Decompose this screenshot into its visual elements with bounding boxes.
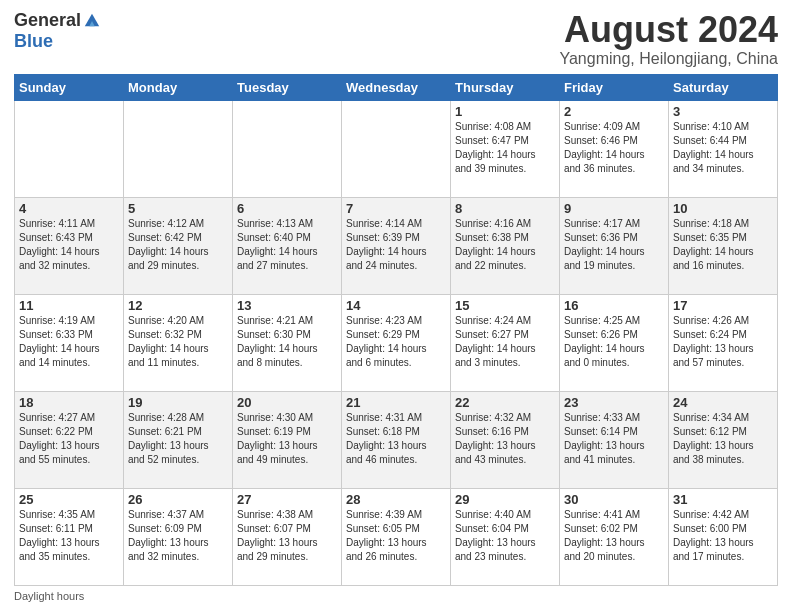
day-number: 25 [19,492,119,507]
day-info: Sunrise: 4:18 AM Sunset: 6:35 PM Dayligh… [673,217,773,273]
logo-icon [83,11,101,29]
day-info: Sunrise: 4:27 AM Sunset: 6:22 PM Dayligh… [19,411,119,467]
calendar-cell: 11Sunrise: 4:19 AM Sunset: 6:33 PM Dayli… [15,294,124,391]
calendar-cell: 17Sunrise: 4:26 AM Sunset: 6:24 PM Dayli… [669,294,778,391]
calendar-week-3: 11Sunrise: 4:19 AM Sunset: 6:33 PM Dayli… [15,294,778,391]
day-info: Sunrise: 4:09 AM Sunset: 6:46 PM Dayligh… [564,120,664,176]
day-number: 18 [19,395,119,410]
calendar-cell: 29Sunrise: 4:40 AM Sunset: 6:04 PM Dayli… [451,488,560,585]
calendar-header-row: SundayMondayTuesdayWednesdayThursdayFrid… [15,74,778,100]
day-info: Sunrise: 4:10 AM Sunset: 6:44 PM Dayligh… [673,120,773,176]
calendar-week-2: 4Sunrise: 4:11 AM Sunset: 6:43 PM Daylig… [15,197,778,294]
day-info: Sunrise: 4:34 AM Sunset: 6:12 PM Dayligh… [673,411,773,467]
day-number: 7 [346,201,446,216]
day-number: 16 [564,298,664,313]
day-info: Sunrise: 4:23 AM Sunset: 6:29 PM Dayligh… [346,314,446,370]
logo-blue-text: Blue [14,31,53,52]
day-number: 8 [455,201,555,216]
calendar-cell [15,100,124,197]
day-number: 28 [346,492,446,507]
calendar-cell: 18Sunrise: 4:27 AM Sunset: 6:22 PM Dayli… [15,391,124,488]
day-info: Sunrise: 4:08 AM Sunset: 6:47 PM Dayligh… [455,120,555,176]
day-number: 13 [237,298,337,313]
day-info: Sunrise: 4:21 AM Sunset: 6:30 PM Dayligh… [237,314,337,370]
calendar-week-5: 25Sunrise: 4:35 AM Sunset: 6:11 PM Dayli… [15,488,778,585]
day-number: 23 [564,395,664,410]
day-number: 22 [455,395,555,410]
day-info: Sunrise: 4:32 AM Sunset: 6:16 PM Dayligh… [455,411,555,467]
calendar-cell [233,100,342,197]
day-number: 30 [564,492,664,507]
calendar-week-4: 18Sunrise: 4:27 AM Sunset: 6:22 PM Dayli… [15,391,778,488]
calendar-cell: 27Sunrise: 4:38 AM Sunset: 6:07 PM Dayli… [233,488,342,585]
day-number: 27 [237,492,337,507]
day-number: 9 [564,201,664,216]
day-info: Sunrise: 4:17 AM Sunset: 6:36 PM Dayligh… [564,217,664,273]
footer: Daylight hours [14,590,778,602]
day-number: 2 [564,104,664,119]
title-block: August 2024 Yangming, Heilongjiang, Chin… [559,10,778,68]
calendar-header-wednesday: Wednesday [342,74,451,100]
day-info: Sunrise: 4:13 AM Sunset: 6:40 PM Dayligh… [237,217,337,273]
day-info: Sunrise: 4:26 AM Sunset: 6:24 PM Dayligh… [673,314,773,370]
calendar-cell: 2Sunrise: 4:09 AM Sunset: 6:46 PM Daylig… [560,100,669,197]
day-info: Sunrise: 4:37 AM Sunset: 6:09 PM Dayligh… [128,508,228,564]
day-number: 29 [455,492,555,507]
day-number: 26 [128,492,228,507]
calendar-cell: 25Sunrise: 4:35 AM Sunset: 6:11 PM Dayli… [15,488,124,585]
day-info: Sunrise: 4:33 AM Sunset: 6:14 PM Dayligh… [564,411,664,467]
calendar-cell: 26Sunrise: 4:37 AM Sunset: 6:09 PM Dayli… [124,488,233,585]
day-number: 10 [673,201,773,216]
calendar-cell [124,100,233,197]
calendar-cell: 10Sunrise: 4:18 AM Sunset: 6:35 PM Dayli… [669,197,778,294]
calendar-header-monday: Monday [124,74,233,100]
calendar-cell: 8Sunrise: 4:16 AM Sunset: 6:38 PM Daylig… [451,197,560,294]
footer-label: Daylight hours [14,590,84,602]
day-info: Sunrise: 4:16 AM Sunset: 6:38 PM Dayligh… [455,217,555,273]
calendar-cell: 4Sunrise: 4:11 AM Sunset: 6:43 PM Daylig… [15,197,124,294]
calendar-cell: 3Sunrise: 4:10 AM Sunset: 6:44 PM Daylig… [669,100,778,197]
day-info: Sunrise: 4:39 AM Sunset: 6:05 PM Dayligh… [346,508,446,564]
calendar-cell: 20Sunrise: 4:30 AM Sunset: 6:19 PM Dayli… [233,391,342,488]
calendar-cell: 16Sunrise: 4:25 AM Sunset: 6:26 PM Dayli… [560,294,669,391]
day-number: 11 [19,298,119,313]
calendar-header-saturday: Saturday [669,74,778,100]
calendar-cell: 6Sunrise: 4:13 AM Sunset: 6:40 PM Daylig… [233,197,342,294]
calendar-cell: 30Sunrise: 4:41 AM Sunset: 6:02 PM Dayli… [560,488,669,585]
calendar-cell: 23Sunrise: 4:33 AM Sunset: 6:14 PM Dayli… [560,391,669,488]
calendar-cell: 24Sunrise: 4:34 AM Sunset: 6:12 PM Dayli… [669,391,778,488]
subtitle: Yangming, Heilongjiang, China [559,50,778,68]
calendar-header-tuesday: Tuesday [233,74,342,100]
day-number: 15 [455,298,555,313]
logo-general-text: General [14,10,81,31]
day-number: 6 [237,201,337,216]
day-info: Sunrise: 4:31 AM Sunset: 6:18 PM Dayligh… [346,411,446,467]
calendar-header-sunday: Sunday [15,74,124,100]
day-info: Sunrise: 4:38 AM Sunset: 6:07 PM Dayligh… [237,508,337,564]
calendar-cell: 13Sunrise: 4:21 AM Sunset: 6:30 PM Dayli… [233,294,342,391]
day-info: Sunrise: 4:24 AM Sunset: 6:27 PM Dayligh… [455,314,555,370]
page: General Blue August 2024 Yangming, Heilo… [0,0,792,612]
calendar-header-thursday: Thursday [451,74,560,100]
calendar-week-1: 1Sunrise: 4:08 AM Sunset: 6:47 PM Daylig… [15,100,778,197]
calendar-cell: 9Sunrise: 4:17 AM Sunset: 6:36 PM Daylig… [560,197,669,294]
day-number: 3 [673,104,773,119]
day-number: 31 [673,492,773,507]
calendar-cell: 15Sunrise: 4:24 AM Sunset: 6:27 PM Dayli… [451,294,560,391]
day-number: 14 [346,298,446,313]
day-info: Sunrise: 4:35 AM Sunset: 6:11 PM Dayligh… [19,508,119,564]
day-info: Sunrise: 4:20 AM Sunset: 6:32 PM Dayligh… [128,314,228,370]
day-info: Sunrise: 4:30 AM Sunset: 6:19 PM Dayligh… [237,411,337,467]
calendar-cell: 22Sunrise: 4:32 AM Sunset: 6:16 PM Dayli… [451,391,560,488]
calendar-cell: 19Sunrise: 4:28 AM Sunset: 6:21 PM Dayli… [124,391,233,488]
day-number: 21 [346,395,446,410]
header: General Blue August 2024 Yangming, Heilo… [14,10,778,68]
logo: General Blue [14,10,101,52]
day-number: 1 [455,104,555,119]
day-info: Sunrise: 4:42 AM Sunset: 6:00 PM Dayligh… [673,508,773,564]
main-title: August 2024 [559,10,778,50]
day-number: 5 [128,201,228,216]
day-number: 17 [673,298,773,313]
calendar-cell: 31Sunrise: 4:42 AM Sunset: 6:00 PM Dayli… [669,488,778,585]
day-info: Sunrise: 4:12 AM Sunset: 6:42 PM Dayligh… [128,217,228,273]
